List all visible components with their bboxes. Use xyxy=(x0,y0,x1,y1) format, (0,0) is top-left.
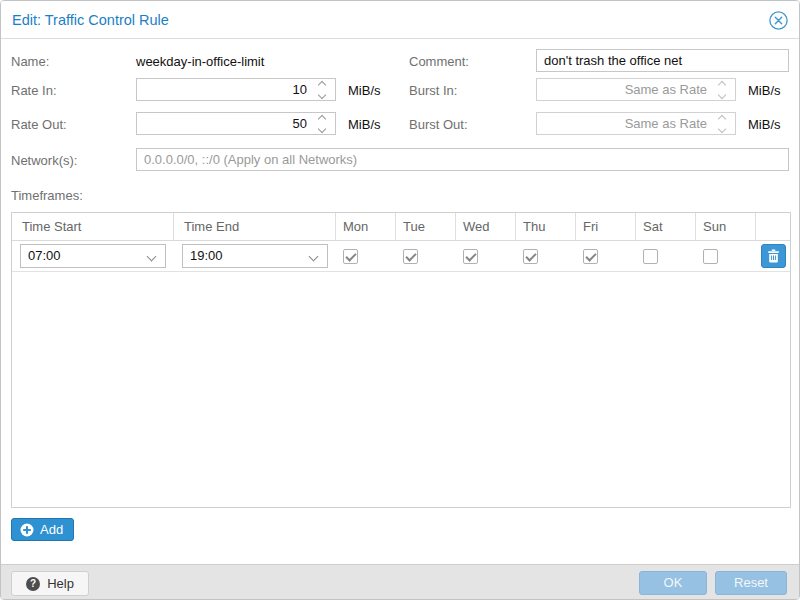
help-button[interactable]: ? Help xyxy=(11,571,89,596)
timeframe-row: 07:00 19:00 xyxy=(12,241,790,272)
burst-out-label: Burst Out: xyxy=(409,117,468,132)
ok-button[interactable]: OK xyxy=(639,571,707,595)
networks-label: Network(s): xyxy=(11,153,77,168)
day-headers: MonTueWedThuFriSatSun xyxy=(336,213,756,240)
close-icon[interactable] xyxy=(769,11,788,30)
burst-in-spinner[interactable] xyxy=(714,79,730,100)
add-button[interactable]: Add xyxy=(11,518,74,541)
burst-out-input[interactable] xyxy=(537,113,735,134)
timeframes-table: Time Start Time End MonTueWedThuFriSatSu… xyxy=(11,212,791,508)
rate-in-unit: MiB/s xyxy=(348,83,381,98)
add-button-label: Add xyxy=(40,522,63,537)
spinner-down-icon[interactable] xyxy=(318,124,326,132)
spinner-up-icon[interactable] xyxy=(318,114,326,122)
rate-in-label: Rate In: xyxy=(11,83,57,98)
column-header-time-end[interactable]: Time End xyxy=(174,213,336,240)
column-header-tue[interactable]: Tue xyxy=(396,213,456,240)
burst-in-unit: MiB/s xyxy=(748,83,781,98)
networks-input[interactable] xyxy=(137,149,788,170)
title-bar: Edit: Traffic Control Rule xyxy=(1,1,799,39)
checkbox-wed[interactable] xyxy=(463,249,478,264)
rate-out-input[interactable] xyxy=(137,113,335,134)
comment-field-wrap xyxy=(536,49,789,72)
help-button-label: Help xyxy=(47,576,74,591)
footer-bar: ? Help OK Reset xyxy=(1,564,799,600)
column-header-wed[interactable]: Wed xyxy=(456,213,516,240)
chevron-down-icon xyxy=(309,252,319,262)
checkbox-fri[interactable] xyxy=(583,249,598,264)
time-end-value: 19:00 xyxy=(190,245,223,267)
networks-field-wrap xyxy=(136,148,789,171)
rate-in-spinner[interactable] xyxy=(314,79,330,100)
time-end-combo[interactable]: 19:00 xyxy=(182,244,328,268)
checkbox-mon[interactable] xyxy=(343,249,358,264)
spinner-down-icon[interactable] xyxy=(718,90,726,98)
timeframes-label: Timeframes: xyxy=(11,188,83,203)
checkbox-thu[interactable] xyxy=(523,249,538,264)
rate-out-spinner[interactable] xyxy=(314,113,330,134)
rate-out-unit: MiB/s xyxy=(348,117,381,132)
day-checkboxes xyxy=(336,249,756,264)
edit-traffic-control-rule-dialog: Edit: Traffic Control Rule Name: weekday… xyxy=(0,0,800,600)
column-header-time-start[interactable]: Time Start xyxy=(12,213,174,240)
column-header-fri[interactable]: Fri xyxy=(576,213,636,240)
reset-button[interactable]: Reset xyxy=(715,571,787,595)
spinner-up-icon[interactable] xyxy=(318,80,326,88)
burst-out-field-wrap xyxy=(536,112,736,135)
column-header-thu[interactable]: Thu xyxy=(516,213,576,240)
burst-out-spinner[interactable] xyxy=(714,113,730,134)
checkbox-sun[interactable] xyxy=(703,249,718,264)
plus-circle-icon xyxy=(20,523,34,537)
column-header-sat[interactable]: Sat xyxy=(636,213,696,240)
spinner-down-icon[interactable] xyxy=(318,90,326,98)
time-start-combo[interactable]: 07:00 xyxy=(20,244,166,268)
question-circle-icon: ? xyxy=(26,577,40,591)
rate-in-input[interactable] xyxy=(137,79,335,100)
burst-out-unit: MiB/s xyxy=(748,117,781,132)
comment-label: Comment: xyxy=(409,54,469,69)
rate-in-field-wrap xyxy=(136,78,336,101)
delete-row-button[interactable] xyxy=(761,244,786,268)
checkbox-tue[interactable] xyxy=(403,249,418,264)
column-header-actions xyxy=(756,213,790,240)
spinner-up-icon[interactable] xyxy=(718,114,726,122)
time-start-value: 07:00 xyxy=(28,245,61,267)
rate-out-field-wrap xyxy=(136,112,336,135)
rate-out-label: Rate Out: xyxy=(11,117,67,132)
table-header-row: Time Start Time End MonTueWedThuFriSatSu… xyxy=(12,213,790,241)
checkbox-sat[interactable] xyxy=(643,249,658,264)
burst-in-input[interactable] xyxy=(537,79,735,100)
name-label: Name: xyxy=(11,54,49,69)
column-header-sun[interactable]: Sun xyxy=(696,213,756,240)
dialog-title: Edit: Traffic Control Rule xyxy=(12,1,169,39)
spinner-up-icon[interactable] xyxy=(718,80,726,88)
burst-in-field-wrap xyxy=(536,78,736,101)
spinner-down-icon[interactable] xyxy=(718,124,726,132)
burst-in-label: Burst In: xyxy=(409,83,457,98)
comment-input[interactable] xyxy=(537,50,788,71)
name-value: weekday-in-office-limit xyxy=(136,54,264,69)
chevron-down-icon xyxy=(147,252,157,262)
trash-icon xyxy=(767,249,780,263)
column-header-mon[interactable]: Mon xyxy=(336,213,396,240)
